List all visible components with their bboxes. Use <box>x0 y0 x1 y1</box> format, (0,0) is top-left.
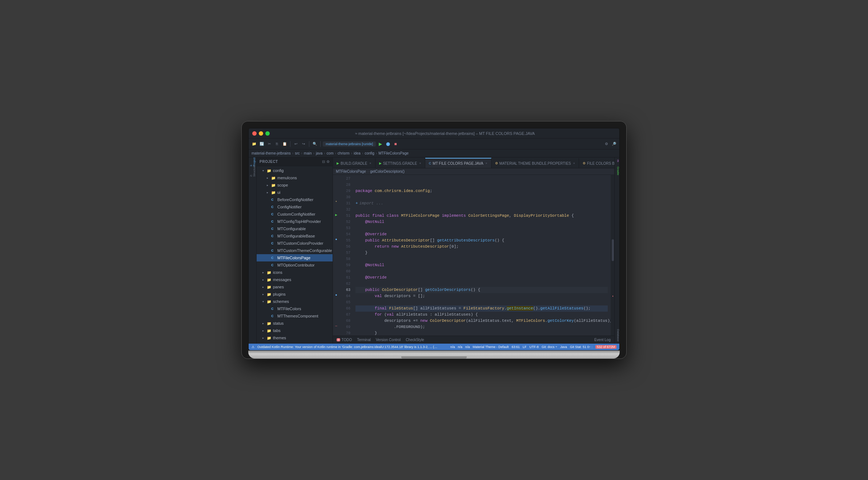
maven-projects-panel[interactable]: m <box>615 157 620 164</box>
open-folder-btn[interactable]: 📁 <box>251 141 257 147</box>
tab-version-control[interactable]: Version Control <box>374 336 402 344</box>
breadcrumb-project[interactable]: material-theme-jetbrains <box>252 151 291 155</box>
pkg-name: com.chrisrm.idea.config <box>375 188 430 194</box>
tree-item-mtthemescomponent[interactable]: ▸ C MTThemesComponent <box>257 312 333 320</box>
cut-btn[interactable]: ✂ <box>266 141 273 147</box>
run-button[interactable]: ▶ <box>377 141 383 147</box>
tree-item-messages[interactable]: ▸ 📁 messages <box>257 276 333 283</box>
redo-btn[interactable]: ↪ <box>300 141 307 147</box>
tree-item-schemes[interactable]: ▾ 📁 schemes <box>257 298 333 305</box>
tree-item-beforeconfig[interactable]: ▸ C BeforeConfigNotifier <box>257 196 333 203</box>
tab-todo[interactable]: 6 TODO <box>335 336 353 344</box>
tree-item-mtoptioncontributor[interactable]: ▸ C MTOptionContributor <box>257 261 333 269</box>
tree-item-config[interactable]: ▾ 📁 config <box>257 167 333 174</box>
stop-button[interactable]: ■ <box>392 141 399 147</box>
breadcrumb-src[interactable]: src <box>295 151 300 155</box>
tab-terminal[interactable]: Terminal <box>355 336 372 344</box>
breadcrumb-java[interactable]: java <box>316 151 322 155</box>
find-btn[interactable]: 🔍 <box>312 141 318 147</box>
tab-close-settings-gradle[interactable]: × <box>419 161 421 165</box>
folder-icon-themes: 📁 <box>267 336 272 340</box>
undo-btn[interactable]: ↩ <box>293 141 299 147</box>
sidebar-settings-btn[interactable]: ⚙ <box>326 160 330 164</box>
activity-structure[interactable]: 2: Structure <box>249 168 256 174</box>
tab-material-theme-bundle[interactable]: ⚙ MATERIAL THEME BUNDLE.PROPERTIES × <box>491 158 579 168</box>
tree-item-mtconfigurablebase[interactable]: ▸ C MTConfigurableBase <box>257 232 333 240</box>
tab-checkstyle[interactable]: CheckStyle <box>404 336 426 344</box>
gutter-31: * <box>333 200 339 206</box>
java-icon-customconfig: C <box>271 212 276 216</box>
debug-btn[interactable]: ⬤ <box>385 141 391 147</box>
copy-btn[interactable]: ⎘ <box>274 141 280 147</box>
tab-close-mtfilecolorspage[interactable]: × <box>486 161 487 165</box>
tab-mtfilecolorspage[interactable]: C MT FILE COLORS PAGE.JAVA × <box>425 158 491 168</box>
tree-item-mtconfigtophit[interactable]: ▸ C MTConfigTopHitProvider <box>257 218 333 225</box>
close-button[interactable] <box>252 131 257 136</box>
tree-item-mtcustomcolorsprovider[interactable]: ▸ C MTCustomColorsProvider <box>257 240 333 247</box>
editor-scrollbar[interactable] <box>611 175 614 336</box>
tree-item-status[interactable]: ▸ 📁 status <box>257 320 333 327</box>
minimize-button[interactable] <box>259 131 263 136</box>
gutter-51: ▶ <box>333 212 339 218</box>
code-line-56: return new AttributesDescriptor [0]; <box>355 244 608 250</box>
scrollbar-thumb[interactable] <box>612 239 614 261</box>
ebcr-method[interactable]: getColorDescriptors() <box>370 169 405 173</box>
tree-item-themes[interactable]: ▸ 📁 themes <box>257 334 333 341</box>
tab-label-build-gradle: BUILD.GRADLE <box>341 161 367 165</box>
tree-item-mtfilecolors[interactable]: ▸ C MTFileColors <box>257 305 333 312</box>
java-icon-confignotifier: C <box>271 205 276 209</box>
activity-project[interactable]: 1: Project <box>249 159 256 165</box>
settings-btn[interactable]: ⚙ <box>603 141 610 147</box>
kw-new: new <box>391 244 399 250</box>
tree-item-plugins[interactable]: ▸ 📁 plugins <box>257 291 333 298</box>
paste-btn[interactable]: 📋 <box>281 141 288 147</box>
breadcrumb-config[interactable]: config <box>365 151 374 155</box>
tree-item-confignotifier[interactable]: ▸ C ConfigNotifier <box>257 203 333 211</box>
status-right: n/a n/a n/a Material Theme - Default 63:… <box>450 345 616 349</box>
database-panel[interactable]: Database <box>615 327 620 344</box>
status-git-docs: Git: docs ÷ <box>542 345 557 349</box>
java-icon-tab: C <box>429 161 431 165</box>
code-content[interactable]: package com.chrisrm.idea.config ; + impo… <box>353 175 611 336</box>
maximize-button[interactable] <box>265 131 270 136</box>
folder-icon-status: 📁 <box>267 321 272 325</box>
tab-event-log[interactable]: Event Log <box>593 336 612 344</box>
tree-item-icons[interactable]: ▸ 📁 icons <box>257 269 333 276</box>
ann-override-2: @Override <box>365 275 386 281</box>
gutter-55: ● <box>333 237 339 243</box>
tab-settings-gradle[interactable]: ▶ SETTINGS.GRADLE × <box>375 158 425 168</box>
tree-item-mtconfigurable[interactable]: ▸ C MTConfigurable <box>257 225 333 232</box>
tree-item-scope[interactable]: ▸ 📁 scope <box>257 181 333 189</box>
tree-item-tabs[interactable]: ▸ 📁 tabs <box>257 327 333 334</box>
tree-item-customconfig[interactable]: ▸ C CustomConfigNotifier <box>257 211 333 218</box>
ln-27: 27 <box>339 176 350 182</box>
tree-item-ui-sub[interactable]: ▸ 📁 ui <box>257 189 333 196</box>
sync-btn[interactable]: 🔄 <box>258 141 265 147</box>
breadcrumb-file[interactable]: MTFileColorsPage <box>378 151 409 155</box>
tab-close-material-theme-bundle[interactable]: × <box>573 161 575 165</box>
collapse-all-btn[interactable]: ⊟ <box>322 160 325 164</box>
tab-build-gradle[interactable]: ▶ BUILD.GRADLE × <box>333 158 375 168</box>
status-position: 63:61 <box>511 345 520 349</box>
breadcrumb-chrisrm[interactable]: chrisrm <box>338 151 350 155</box>
breadcrumb-main[interactable]: main <box>304 151 312 155</box>
fn-getallfilestatuses: getAllFileStatuses <box>540 305 583 312</box>
tree-item-menuicons[interactable]: ▸ 📁 menuIcons <box>257 174 333 181</box>
status-memory[interactable]: 532 of 672M <box>595 345 616 349</box>
cls-colordesc: ColorDescriptor <box>382 287 418 293</box>
tree-label-themes: themes <box>273 336 286 340</box>
tree-arrow-status: ▸ <box>262 322 267 325</box>
kw-public: public <box>355 213 370 219</box>
gradle-panel[interactable]: Gradle <box>615 164 620 177</box>
tab-file-colors-bundle[interactable]: ⚙ FILE COLORS BUNDLE.PROPERTIES × <box>579 158 614 168</box>
tree-item-mtcustomtheme[interactable]: ▸ C MTCustomThemeConfigurable <box>257 247 333 254</box>
tree-item-mtfilecolorspage[interactable]: ▸ C MTFileColorsPage <box>257 254 333 261</box>
java-icon-mtcustomtheme: C <box>271 249 276 252</box>
breadcrumb-com[interactable]: com <box>327 151 334 155</box>
ebcr-class[interactable]: MTFileColorsPage <box>336 169 366 173</box>
search-everywhere-btn[interactable]: 🔎 <box>611 141 617 147</box>
tree-arrow-mtcustomcolorsprovider: ▸ <box>267 242 271 245</box>
tree-item-panes[interactable]: ▸ 📁 panes <box>257 283 333 291</box>
tab-close-build-gradle[interactable]: × <box>369 161 371 165</box>
breadcrumb-idea[interactable]: idea <box>354 151 361 155</box>
